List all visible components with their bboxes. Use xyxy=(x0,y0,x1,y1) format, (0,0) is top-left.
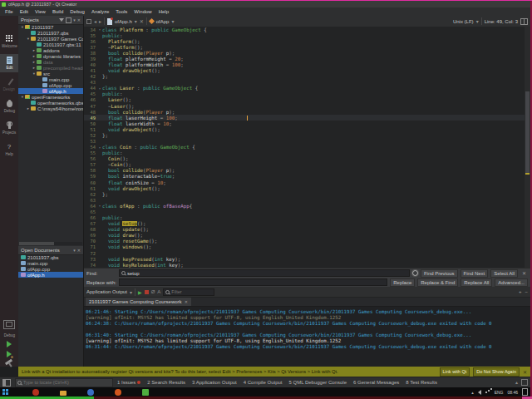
replace-button-replace-all[interactable]: Replace All xyxy=(461,278,492,287)
pane-button-8-test-results[interactable]: 8 Test Results xyxy=(406,380,437,385)
code-line-55[interactable]: 55public: xyxy=(84,150,530,156)
code-line-52[interactable]: 52}; xyxy=(84,132,530,138)
debug-run-button[interactable] xyxy=(7,351,12,357)
kit-selector-button[interactable] xyxy=(3,320,15,329)
tree-item-ofapp-cpp[interactable]: ofApp.cpp xyxy=(18,82,83,88)
menu-item-window[interactable]: Window xyxy=(131,7,155,16)
editor-scrollbar[interactable] xyxy=(525,27,530,268)
tree-item-precompiled-headers[interactable]: ▸precompiled headers xyxy=(18,65,83,71)
stop-icon[interactable] xyxy=(145,290,149,294)
menu-item-analyze[interactable]: Analyze xyxy=(88,7,112,16)
start-button[interactable] xyxy=(2,389,9,396)
go-back-icon[interactable]: ◂ xyxy=(94,18,96,24)
sort-icon[interactable]: ▾ xyxy=(73,249,76,253)
menu-item-view[interactable]: View xyxy=(32,7,49,16)
replace-button-advanced[interactable]: Advanced... xyxy=(495,278,528,287)
taskbar-app-blue-icon[interactable] xyxy=(87,389,94,396)
code-line-45[interactable]: 45public: xyxy=(84,91,530,97)
expand-output-icon[interactable]: ▴ xyxy=(515,379,518,386)
code-line-42[interactable]: 42}; xyxy=(84,74,530,80)
replace-button-replace[interactable]: Replace xyxy=(390,278,415,287)
code-line-69[interactable]: 69void draw(); xyxy=(84,233,530,239)
close-tab-icon[interactable]: ✕ xyxy=(185,299,188,304)
open-document-main-cpp[interactable]: main.cpp xyxy=(18,260,83,266)
tree-item-dynamic-libraries[interactable]: ▸dynamic libraries xyxy=(18,53,83,59)
pane-button-1-issues[interactable]: 1 Issues xyxy=(117,380,140,385)
mode-welcome[interactable]: Welcome xyxy=(0,32,18,51)
scrollbar-handle[interactable] xyxy=(19,242,54,245)
code-line-70[interactable]: 70void resetGame(); xyxy=(84,239,530,244)
chevron-down-icon[interactable]: ▾ xyxy=(476,18,479,24)
taskbar-app-orange-icon[interactable] xyxy=(115,389,121,396)
rerun-icon[interactable]: ▶ xyxy=(138,289,142,295)
replace-input[interactable] xyxy=(121,279,385,285)
open-document-ofapp-h[interactable]: ofApp.h xyxy=(18,272,83,278)
tree-item-21011937[interactable]: ▾21011937 xyxy=(18,24,83,30)
find-button-find-next[interactable]: Find Next xyxy=(461,269,489,278)
open-document-ofapp-cpp[interactable]: ofApp.cpp xyxy=(18,266,83,272)
build-button[interactable] xyxy=(5,359,12,366)
pane-button-3-application-output[interactable]: 3 Application Output xyxy=(192,380,237,385)
tree-horizontal-scrollbar[interactable] xyxy=(19,242,82,245)
code-line-74[interactable]: 74void keyReleased(int key); xyxy=(84,262,530,268)
symbol-dropdown[interactable]: ofApp xyxy=(156,19,170,24)
taskbar-qt-creator-icon[interactable] xyxy=(142,389,149,396)
taskbar-browser-icon[interactable] xyxy=(32,389,39,396)
code-line-53[interactable]: 53 xyxy=(84,138,530,144)
code-line-71[interactable]: 71void windows(); xyxy=(84,244,530,250)
find-button-select-all[interactable]: Select All xyxy=(490,269,518,278)
code-line-67[interactable]: 67void setup(); xyxy=(84,221,530,227)
output-tab[interactable]: 21011937 Games Computing Coursework ✕ xyxy=(86,298,191,306)
zoom-out-icon[interactable]: − xyxy=(525,289,528,294)
code-line-35[interactable]: 35public: xyxy=(84,32,530,38)
replace-button-replace-find[interactable]: Replace & Find xyxy=(417,278,458,287)
notification-center-icon[interactable] xyxy=(522,388,528,396)
code-line-64[interactable]: 64▾class ofApp : public ofBaseApp{ xyxy=(84,203,530,209)
code-line-62[interactable]: 62}; xyxy=(84,191,530,197)
chevron-down-icon[interactable]: ▾ xyxy=(130,289,132,295)
pane-button-5-qml-debugger-console[interactable]: 5 QML Debugger Console xyxy=(288,380,346,385)
tree-item-data[interactable]: ▸data xyxy=(18,59,83,65)
tree-item-21011937-qbs[interactable]: 21011937.qbs xyxy=(18,30,83,36)
code-line-59[interactable]: 59bool interactable=true; xyxy=(84,174,530,180)
search-options-gear-icon[interactable] xyxy=(412,270,418,276)
mode-help[interactable]: ?Help xyxy=(0,140,18,159)
language-indicator[interactable]: ENG xyxy=(495,390,504,395)
mode-debug[interactable]: Debug xyxy=(0,97,18,116)
pane-button-4-compile-output[interactable]: 4 Compile Output xyxy=(244,380,283,385)
output-filter-input[interactable] xyxy=(171,289,230,295)
toggle-sidebar-icon[interactable] xyxy=(2,379,11,387)
code-line-63[interactable]: 63 xyxy=(84,197,530,203)
tree-item-ofapp-h[interactable]: ofApp.h xyxy=(18,88,83,94)
code-line-58[interactable]: 58bool collide(Player p); xyxy=(84,168,530,174)
tree-item-src[interactable]: ▾src xyxy=(18,71,83,76)
volume-icon[interactable] xyxy=(478,390,481,395)
code-line-73[interactable]: 73void keyPressed(int key); xyxy=(84,256,530,262)
locate-input[interactable] xyxy=(23,379,111,386)
close-find-icon[interactable]: ✕ xyxy=(520,270,528,276)
run-button[interactable] xyxy=(7,341,12,347)
close-pane-icon[interactable]: ✕ xyxy=(77,18,81,22)
taskbar-explorer-icon[interactable] xyxy=(60,391,66,396)
code-line-68[interactable]: 68void update(); xyxy=(84,227,530,233)
code-line-66[interactable]: 66public: xyxy=(84,215,530,221)
close-infobar-icon[interactable]: ✕ xyxy=(523,369,527,375)
code-line-34[interactable]: 34▾class Platform : public GameObject { xyxy=(84,27,530,32)
open-file-dropdown[interactable]: ofApp.h xyxy=(115,19,132,24)
code-line-36[interactable]: 36Platform(); xyxy=(84,38,530,44)
code-line-54[interactable]: 54▾class Coin : public GameObject { xyxy=(84,145,530,150)
code-line-38[interactable]: 38bool collide(Player p); xyxy=(84,50,530,56)
code-line-37[interactable]: 37~Platform(); xyxy=(84,44,530,50)
menu-item-build[interactable]: Build xyxy=(49,7,66,16)
code-line-43[interactable]: 43 xyxy=(84,80,530,86)
sync-with-editor-icon[interactable] xyxy=(66,17,71,23)
code-line-46[interactable]: 46Laser(); xyxy=(84,97,530,103)
code-line-50[interactable]: 50float laserWidth = 10; xyxy=(84,121,530,126)
code-line-65[interactable]: 65 xyxy=(84,209,530,214)
do-not-show-again-button[interactable]: Do Not Show Again xyxy=(473,367,520,377)
chevron-down-icon[interactable]: ▾ xyxy=(171,18,174,24)
filter-icon[interactable] xyxy=(59,18,64,22)
mode-projects[interactable]: Projects xyxy=(0,119,18,137)
menu-item-debug[interactable]: Debug xyxy=(66,7,88,16)
scrollbar-handle[interactable] xyxy=(525,91,530,173)
